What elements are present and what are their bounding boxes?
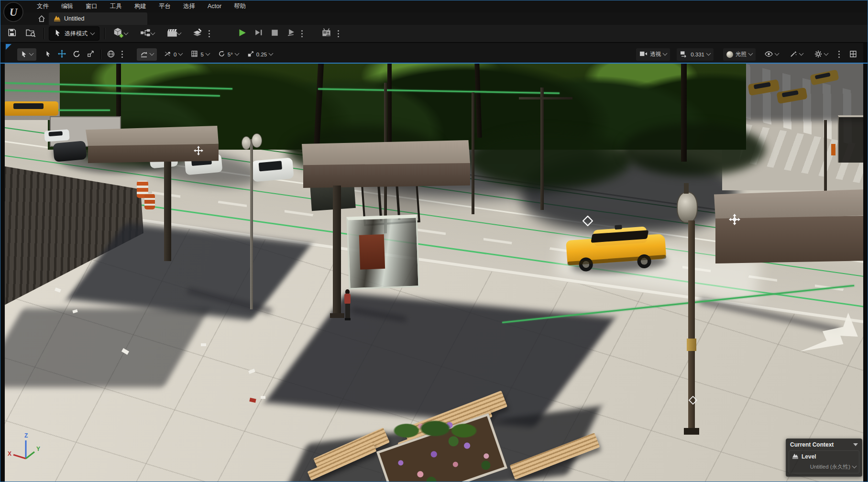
home-icon bbox=[38, 15, 45, 24]
caret-down-icon bbox=[853, 443, 858, 446]
planter-foliage bbox=[392, 417, 488, 439]
street-lamp-pole bbox=[250, 139, 253, 309]
world-coordinate-button[interactable] bbox=[104, 48, 118, 61]
frame-skip-button[interactable] bbox=[252, 26, 265, 41]
viewport-select-mode-dropdown[interactable] bbox=[17, 48, 36, 61]
lit-mode-label: 光照 bbox=[736, 51, 747, 58]
show-flags-dropdown[interactable] bbox=[761, 48, 782, 61]
viewport-settings-dropdown[interactable] bbox=[811, 48, 831, 61]
tree-trunk bbox=[681, 64, 687, 162]
platforms-kebab[interactable] bbox=[334, 30, 342, 37]
selection-gizmo-icon[interactable] bbox=[729, 214, 738, 223]
add-cube-icon bbox=[112, 27, 124, 40]
menu-file[interactable]: 文件 bbox=[31, 0, 55, 12]
editor-modes-button[interactable] bbox=[189, 26, 205, 41]
chevron-down-icon bbox=[151, 30, 155, 35]
select-tool-button[interactable] bbox=[41, 48, 55, 61]
chevron-down-icon bbox=[824, 51, 829, 56]
viewport-toolbar-divider bbox=[100, 50, 101, 59]
menu-build[interactable]: 构建 bbox=[128, 0, 153, 12]
play-options-kebab[interactable] bbox=[298, 30, 306, 37]
launch-button[interactable] bbox=[284, 26, 298, 41]
scale-tool-button[interactable] bbox=[84, 48, 98, 61]
menu-tools[interactable]: 工具 bbox=[104, 0, 128, 12]
quad-view-button[interactable] bbox=[846, 48, 860, 61]
tab-untitled[interactable]: Untitled bbox=[49, 12, 147, 25]
axis-snapping-dropdown[interactable]: 0 bbox=[161, 48, 186, 61]
dark-sedan bbox=[53, 141, 87, 162]
axis-y-label: Y bbox=[36, 446, 40, 452]
context-level-label: Level bbox=[802, 453, 816, 460]
canopy-center-post bbox=[333, 186, 341, 316]
axis-snap-value: 0 bbox=[174, 52, 176, 57]
lit-mode-dropdown[interactable]: 光照 bbox=[723, 48, 756, 61]
folder-search-icon bbox=[26, 28, 36, 39]
tree-canopy-blob bbox=[469, 131, 631, 188]
stop-button[interactable] bbox=[268, 26, 281, 41]
scale-snap-icon bbox=[247, 51, 254, 58]
level-icon bbox=[54, 15, 61, 23]
rotation-snap-icon bbox=[218, 50, 225, 58]
menu-help[interactable]: 帮助 bbox=[228, 0, 252, 12]
preview-effects-dropdown[interactable] bbox=[787, 48, 806, 61]
move-tool-button[interactable] bbox=[55, 48, 69, 61]
scale-snapping-dropdown[interactable]: 0.25 bbox=[244, 48, 276, 61]
context-panel-header[interactable]: Current Context bbox=[786, 439, 862, 449]
gear-icon bbox=[814, 50, 822, 59]
tab-bar: Untitled bbox=[0, 12, 868, 25]
perspective-icon bbox=[639, 51, 648, 58]
home-button[interactable] bbox=[34, 13, 49, 25]
surface-snapping-dropdown[interactable] bbox=[137, 48, 157, 61]
play-icon bbox=[238, 29, 246, 39]
menu-window[interactable]: 窗口 bbox=[79, 0, 104, 12]
eye-icon bbox=[765, 51, 773, 58]
cinematics-button[interactable] bbox=[164, 26, 184, 41]
lit-sphere-icon bbox=[726, 51, 733, 58]
actor-sprite-icon[interactable] bbox=[582, 216, 592, 225]
actor-sprite-icon[interactable] bbox=[194, 146, 203, 155]
frame-skip-icon bbox=[255, 29, 263, 38]
unreal-logo[interactable]: U bbox=[3, 1, 24, 22]
phone-booth bbox=[346, 214, 419, 289]
actor-sprite-icon[interactable] bbox=[689, 396, 698, 405]
viewport-3d[interactable]: Z X Y Current Context Level Untitled (永久… bbox=[0, 64, 868, 482]
viewport-options-kebab[interactable] bbox=[835, 51, 843, 58]
platforms-button[interactable] bbox=[319, 26, 334, 41]
camera-speed-dropdown[interactable]: 0.331 bbox=[677, 48, 714, 61]
toolbar-overflow-kebab[interactable] bbox=[205, 30, 213, 37]
chevron-down-icon bbox=[150, 51, 154, 56]
add-actor-button[interactable] bbox=[110, 26, 131, 41]
transform-options-kebab[interactable] bbox=[118, 51, 126, 58]
menu-select[interactable]: 选择 bbox=[177, 0, 201, 12]
menu-platforms[interactable]: 平台 bbox=[153, 0, 177, 12]
menu-actor[interactable]: Actor bbox=[201, 0, 228, 12]
chevron-down-icon bbox=[29, 51, 34, 56]
chevron-down-icon bbox=[748, 51, 753, 56]
save-button[interactable] bbox=[5, 26, 19, 41]
rotate-tool-button[interactable] bbox=[69, 48, 84, 61]
grid-snapping-dropdown[interactable]: 5 bbox=[187, 48, 212, 61]
viewport-focus-border bbox=[0, 63, 868, 64]
axis-snap-icon bbox=[164, 50, 171, 58]
road-turn-arrow bbox=[791, 304, 868, 358]
context-panel-title: Current Context bbox=[790, 441, 834, 448]
play-button[interactable] bbox=[235, 26, 249, 41]
device-tv-icon bbox=[321, 28, 331, 39]
white-car bbox=[44, 129, 69, 142]
rotation-snapping-dropdown[interactable]: 5° bbox=[215, 48, 242, 61]
browse-content-button[interactable] bbox=[23, 26, 39, 41]
menu-edit[interactable]: 编辑 bbox=[55, 0, 79, 12]
paper-debris bbox=[261, 396, 265, 399]
context-level-dropdown[interactable]: Untitled (永久性) bbox=[792, 463, 856, 471]
blueprints-button[interactable] bbox=[137, 26, 157, 41]
view-mode-label: 透视 bbox=[650, 51, 661, 58]
toolbar-divider bbox=[104, 28, 105, 39]
view-mode-dropdown[interactable]: 透视 bbox=[636, 48, 670, 61]
left-panel-edge[interactable] bbox=[0, 43, 5, 482]
right-panel-edge[interactable] bbox=[863, 43, 868, 482]
viewport-toolbar: 0 5 5° 0.25 透视 0.331 光照 bbox=[5, 43, 863, 63]
select-mode-dropdown[interactable]: 选择模式 bbox=[49, 26, 99, 41]
level-icon bbox=[792, 453, 799, 460]
active-pane-corner bbox=[6, 44, 11, 50]
chevron-down-icon bbox=[852, 464, 857, 469]
